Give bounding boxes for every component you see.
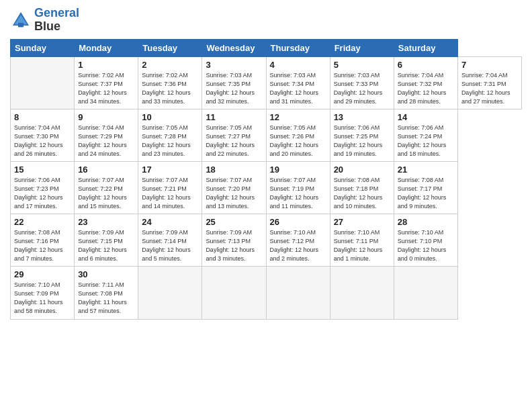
calendar-day-cell <box>138 267 202 319</box>
calendar-day-cell: 1 Sunrise: 7:02 AMSunset: 7:37 PMDayligh… <box>75 56 138 109</box>
weekday-thursday: Thursday <box>266 39 330 56</box>
calendar-day-cell: 25 Sunrise: 7:09 AMSunset: 7:13 PMDaylig… <box>202 214 266 267</box>
day-number: 24 <box>142 217 198 227</box>
day-number: 4 <box>270 60 326 70</box>
calendar-container: GeneralBlue SundayMondayTuesdayWednesday… <box>0 0 532 326</box>
day-number: 26 <box>270 217 326 227</box>
day-number: 11 <box>206 112 262 122</box>
day-number: 21 <box>398 165 454 175</box>
weekday-tuesday: Tuesday <box>138 39 202 56</box>
calendar-day-cell <box>330 267 394 319</box>
calendar-day-cell: 29 Sunrise: 7:10 AMSunset: 7:09 PMDaylig… <box>11 267 75 319</box>
logo-icon <box>10 9 32 31</box>
day-info: Sunrise: 7:04 AMSunset: 7:30 PMDaylight:… <box>14 124 71 158</box>
day-info: Sunrise: 7:09 AMSunset: 7:13 PMDaylight:… <box>206 228 262 263</box>
day-info: Sunrise: 7:03 AMSunset: 7:34 PMDaylight:… <box>270 71 326 106</box>
calendar-table: SundayMondayTuesdayWednesdayThursdayFrid… <box>10 39 522 320</box>
weekday-friday: Friday <box>330 39 394 56</box>
day-number: 5 <box>334 60 390 70</box>
calendar-body: 1 Sunrise: 7:02 AMSunset: 7:37 PMDayligh… <box>11 56 522 319</box>
day-info: Sunrise: 7:02 AMSunset: 7:37 PMDaylight:… <box>78 71 134 106</box>
calendar-day-cell: 13 Sunrise: 7:06 AMSunset: 7:25 PMDaylig… <box>330 109 394 161</box>
logo-text: GeneralBlue <box>34 7 79 34</box>
calendar-day-cell: 8 Sunrise: 7:04 AMSunset: 7:30 PMDayligh… <box>11 109 75 161</box>
calendar-day-cell: 14 Sunrise: 7:06 AMSunset: 7:24 PMDaylig… <box>394 109 457 161</box>
day-number: 28 <box>398 217 454 227</box>
day-info: Sunrise: 7:09 AMSunset: 7:15 PMDaylight:… <box>78 228 134 263</box>
day-number: 10 <box>142 112 198 122</box>
calendar-day-cell: 5 Sunrise: 7:03 AMSunset: 7:33 PMDayligh… <box>330 56 394 109</box>
svg-rect-2 <box>18 23 24 27</box>
calendar-week-3: 15 Sunrise: 7:06 AMSunset: 7:23 PMDaylig… <box>11 161 522 214</box>
empty-cell <box>11 56 75 109</box>
calendar-week-1: 1 Sunrise: 7:02 AMSunset: 7:37 PMDayligh… <box>11 56 522 109</box>
day-number: 9 <box>78 112 134 122</box>
day-info: Sunrise: 7:08 AMSunset: 7:18 PMDaylight:… <box>334 176 390 211</box>
day-info: Sunrise: 7:11 AMSunset: 7:08 PMDaylight:… <box>78 281 134 316</box>
day-info: Sunrise: 7:10 AMSunset: 7:10 PMDaylight:… <box>398 228 454 263</box>
calendar-day-cell: 24 Sunrise: 7:09 AMSunset: 7:14 PMDaylig… <box>138 214 202 267</box>
day-number: 15 <box>14 165 71 175</box>
day-number: 19 <box>270 165 326 175</box>
day-info: Sunrise: 7:03 AMSunset: 7:33 PMDaylight:… <box>334 71 390 106</box>
day-info: Sunrise: 7:10 AMSunset: 7:12 PMDaylight:… <box>270 228 326 263</box>
calendar-day-cell: 12 Sunrise: 7:05 AMSunset: 7:26 PMDaylig… <box>266 109 330 161</box>
day-info: Sunrise: 7:10 AMSunset: 7:11 PMDaylight:… <box>334 228 390 263</box>
day-info: Sunrise: 7:04 AMSunset: 7:29 PMDaylight:… <box>78 124 134 158</box>
day-number: 16 <box>78 165 134 175</box>
calendar-day-cell: 26 Sunrise: 7:10 AMSunset: 7:12 PMDaylig… <box>266 214 330 267</box>
day-number: 7 <box>461 60 518 70</box>
calendar-day-cell: 6 Sunrise: 7:04 AMSunset: 7:32 PMDayligh… <box>394 56 457 109</box>
day-number: 8 <box>14 112 71 122</box>
calendar-day-cell: 16 Sunrise: 7:07 AMSunset: 7:22 PMDaylig… <box>75 161 138 214</box>
day-number: 18 <box>206 165 262 175</box>
day-number: 27 <box>334 217 390 227</box>
weekday-wednesday: Wednesday <box>202 39 266 56</box>
calendar-day-cell <box>202 267 266 319</box>
day-number: 25 <box>206 217 262 227</box>
day-number: 22 <box>14 217 71 227</box>
day-info: Sunrise: 7:07 AMSunset: 7:22 PMDaylight:… <box>78 176 134 211</box>
calendar-day-cell: 20 Sunrise: 7:08 AMSunset: 7:18 PMDaylig… <box>330 161 394 214</box>
day-number: 1 <box>78 60 134 70</box>
day-info: Sunrise: 7:08 AMSunset: 7:16 PMDaylight:… <box>14 228 71 263</box>
day-info: Sunrise: 7:05 AMSunset: 7:26 PMDaylight:… <box>270 124 326 158</box>
calendar-day-cell: 10 Sunrise: 7:05 AMSunset: 7:28 PMDaylig… <box>138 109 202 161</box>
calendar-day-cell: 21 Sunrise: 7:08 AMSunset: 7:17 PMDaylig… <box>394 161 457 214</box>
day-info: Sunrise: 7:05 AMSunset: 7:28 PMDaylight:… <box>142 124 198 158</box>
day-info: Sunrise: 7:09 AMSunset: 7:14 PMDaylight:… <box>142 228 198 263</box>
day-number: 14 <box>398 112 454 122</box>
day-number: 29 <box>14 269 71 279</box>
weekday-sunday: Sunday <box>11 39 75 56</box>
calendar-day-cell: 11 Sunrise: 7:05 AMSunset: 7:27 PMDaylig… <box>202 109 266 161</box>
calendar-day-cell: 23 Sunrise: 7:09 AMSunset: 7:15 PMDaylig… <box>75 214 138 267</box>
calendar-day-cell: 15 Sunrise: 7:06 AMSunset: 7:23 PMDaylig… <box>11 161 75 214</box>
calendar-day-cell: 22 Sunrise: 7:08 AMSunset: 7:16 PMDaylig… <box>11 214 75 267</box>
calendar-day-cell <box>394 267 457 319</box>
calendar-day-cell: 3 Sunrise: 7:03 AMSunset: 7:35 PMDayligh… <box>202 56 266 109</box>
day-info: Sunrise: 7:02 AMSunset: 7:36 PMDaylight:… <box>142 71 198 106</box>
day-info: Sunrise: 7:05 AMSunset: 7:27 PMDaylight:… <box>206 124 262 158</box>
calendar-day-cell: 2 Sunrise: 7:02 AMSunset: 7:36 PMDayligh… <box>138 56 202 109</box>
day-number: 3 <box>206 60 262 70</box>
logo: GeneralBlue <box>10 7 79 34</box>
day-number: 30 <box>78 269 134 279</box>
day-info: Sunrise: 7:06 AMSunset: 7:24 PMDaylight:… <box>398 124 454 158</box>
calendar-day-cell: 9 Sunrise: 7:04 AMSunset: 7:29 PMDayligh… <box>75 109 138 161</box>
calendar-day-cell: 19 Sunrise: 7:07 AMSunset: 7:19 PMDaylig… <box>266 161 330 214</box>
calendar-day-cell <box>266 267 330 319</box>
calendar-week-5: 29 Sunrise: 7:10 AMSunset: 7:09 PMDaylig… <box>11 267 522 319</box>
day-number: 17 <box>142 165 198 175</box>
weekday-header-row: SundayMondayTuesdayWednesdayThursdayFrid… <box>11 39 522 56</box>
calendar-day-cell: 27 Sunrise: 7:10 AMSunset: 7:11 PMDaylig… <box>330 214 394 267</box>
day-info: Sunrise: 7:07 AMSunset: 7:21 PMDaylight:… <box>142 176 198 211</box>
calendar-week-2: 8 Sunrise: 7:04 AMSunset: 7:30 PMDayligh… <box>11 109 522 161</box>
calendar-day-cell: 7 Sunrise: 7:04 AMSunset: 7:31 PMDayligh… <box>457 56 521 109</box>
weekday-monday: Monday <box>75 39 138 56</box>
day-info: Sunrise: 7:07 AMSunset: 7:19 PMDaylight:… <box>270 176 326 211</box>
weekday-saturday: Saturday <box>394 39 457 56</box>
day-number: 6 <box>398 60 454 70</box>
day-number: 13 <box>334 112 390 122</box>
day-info: Sunrise: 7:06 AMSunset: 7:25 PMDaylight:… <box>334 124 390 158</box>
calendar-day-cell: 28 Sunrise: 7:10 AMSunset: 7:10 PMDaylig… <box>394 214 457 267</box>
